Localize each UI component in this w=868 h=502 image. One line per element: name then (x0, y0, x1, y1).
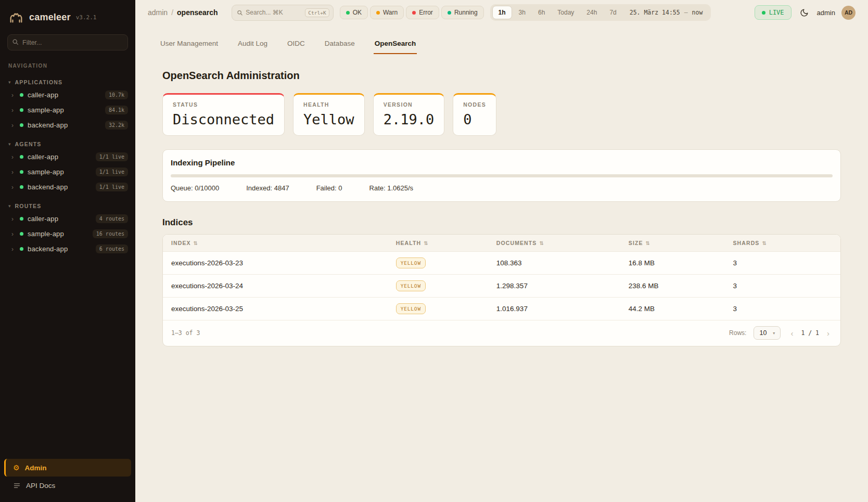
sidebar-filter-input[interactable] (7, 34, 128, 50)
table-row[interactable]: executions-2026-03-24 YELLOW 1.298.357 2… (163, 275, 840, 298)
breadcrumb-parent[interactable]: admin (148, 8, 168, 17)
column-header-shards[interactable]: SHARDS ⇅ (733, 240, 832, 246)
sidebar-item-agent-backend-app[interactable]: › backend-app 1/1 live (0, 179, 135, 195)
stat-card-status: STATUS Disconnected (162, 93, 285, 136)
sidebar-item-application-sample-app[interactable]: › sample-app 84.1k (0, 102, 135, 118)
time-range-3h[interactable]: 3h (513, 6, 531, 19)
sidebar-item-route-caller-app[interactable]: › caller-app 4 routes (0, 211, 135, 226)
column-header-documents[interactable]: DOCUMENTS ⇅ (496, 240, 629, 246)
sidebar-item-route-backend-app[interactable]: › backend-app 6 routes (0, 241, 135, 256)
rows-per-page-select[interactable]: 10 ▾ (754, 326, 781, 340)
page-content: User Management Audit Log OIDC Database … (135, 25, 868, 346)
breadcrumb: admin / opensearch (148, 8, 218, 17)
section-header-agents[interactable]: ▾ AGENTS (0, 139, 135, 149)
status-dot (20, 108, 23, 112)
live-toggle-button[interactable]: LIVE (755, 5, 792, 20)
time-range-7d[interactable]: 7d (604, 6, 622, 19)
avatar[interactable]: AD (841, 6, 856, 20)
filter-chip-label: Warn (383, 9, 398, 16)
stat-label: STATUS (173, 101, 274, 108)
sidebar-item-agent-caller-app[interactable]: › caller-app 1/1 live (0, 149, 135, 164)
status-dot (20, 170, 23, 174)
cell-shards: 3 (733, 305, 832, 313)
running-dot-icon (448, 11, 451, 15)
date-separator: — (684, 9, 688, 16)
time-range-6h[interactable]: 6h (532, 6, 551, 19)
sidebar: cameleer v3.2.1 NAVIGATION ▾ APPLICATION… (0, 0, 135, 502)
user-name: admin (817, 9, 835, 17)
pagination-controls: Rows: 10 ▾ ‹ 1 / 1 › (729, 326, 832, 340)
tab-audit-log[interactable]: Audit Log (237, 36, 269, 54)
table-header-row: INDEX ⇅ HEALTH ⇅ DOCUMENTS ⇅ SIZE ⇅ SHAR… (163, 235, 840, 252)
column-header-index[interactable]: INDEX ⇅ (171, 240, 396, 246)
item-badge: 16 routes (93, 229, 128, 238)
filter-chip-ok[interactable]: OK (340, 6, 368, 19)
cameleer-logo-icon (8, 9, 24, 25)
sidebar-item-api-docs[interactable]: API Docs (4, 477, 131, 495)
tab-oidc[interactable]: OIDC (286, 36, 306, 54)
column-label: DOCUMENTS (496, 240, 537, 246)
column-header-health[interactable]: HEALTH ⇅ (396, 240, 496, 246)
chevron-right-icon: › (11, 246, 16, 253)
sidebar-item-application-caller-app[interactable]: › caller-app 10.7k (0, 87, 135, 102)
sidebar-item-admin[interactable]: ⚙ Admin (4, 459, 131, 477)
stat-cards: STATUS Disconnected HEALTH Yellow VERSIO… (162, 93, 841, 136)
filter-chip-warn[interactable]: Warn (370, 6, 404, 19)
column-label: SIZE (629, 240, 643, 246)
global-search-input[interactable] (246, 9, 302, 16)
item-badge: 6 routes (96, 244, 128, 253)
tab-user-management[interactable]: User Management (159, 36, 219, 54)
item-badge: 1/1 live (96, 152, 128, 161)
section-header-applications[interactable]: ▾ APPLICATIONS (0, 77, 135, 87)
sort-icon: ⇅ (762, 240, 767, 246)
cell-health: YELLOW (396, 258, 496, 268)
chevron-down-icon: ▾ (773, 331, 775, 336)
tab-opensearch[interactable]: OpenSearch (374, 36, 417, 54)
item-label: backend-app (28, 245, 92, 253)
previous-page-button[interactable]: ‹ (788, 328, 796, 339)
time-range-1h[interactable]: 1h (492, 6, 512, 19)
time-range-24h[interactable]: 24h (581, 6, 603, 19)
moon-icon (800, 8, 809, 17)
cell-index: executions-2026-03-24 (171, 282, 396, 290)
filter-chip-running[interactable]: Running (441, 6, 484, 19)
docs-icon (13, 482, 21, 490)
time-range-today[interactable]: Today (552, 6, 580, 19)
date-range-display[interactable]: 25. März 14:55 — now (623, 9, 709, 16)
sidebar-item-route-sample-app[interactable]: › sample-app 16 routes (0, 226, 135, 241)
global-search[interactable]: Ctrl+K (232, 5, 334, 21)
item-label: sample-app (28, 106, 101, 114)
filter-chip-label: Running (454, 9, 478, 16)
page-title: OpenSearch Administration (162, 70, 841, 82)
table-row[interactable]: executions-2026-03-25 YELLOW 1.016.937 4… (163, 298, 840, 320)
search-icon (12, 38, 19, 45)
dark-mode-toggle[interactable] (798, 6, 811, 19)
stat-card-version: VERSION 2.19.0 (373, 93, 445, 136)
search-shortcut-badge: Ctrl+K (305, 8, 329, 17)
next-page-button[interactable]: › (824, 328, 832, 339)
indices-table: INDEX ⇅ HEALTH ⇅ DOCUMENTS ⇅ SIZE ⇅ SHAR… (162, 234, 841, 346)
tab-database[interactable]: Database (324, 36, 356, 54)
health-badge: YELLOW (396, 303, 426, 314)
status-dot (20, 247, 23, 251)
breadcrumb-current: opensearch (177, 8, 218, 17)
sidebar-item-application-backend-app[interactable]: › backend-app 32.2k (0, 118, 135, 133)
chevron-right-icon: › (11, 122, 16, 129)
status-dot (20, 123, 23, 127)
table-row[interactable]: executions-2026-03-23 YELLOW 108.363 16.… (163, 252, 840, 275)
column-header-size[interactable]: SIZE ⇅ (629, 240, 733, 246)
app-logo[interactable]: cameleer v3.2.1 (0, 0, 135, 32)
cell-shards: 3 (733, 259, 832, 267)
admin-label: Admin (25, 464, 47, 472)
health-badge: YELLOW (396, 258, 426, 268)
section-label: AGENTS (15, 141, 42, 147)
error-dot-icon (412, 11, 416, 15)
item-badge: 84.1k (105, 106, 128, 114)
filter-chip-error[interactable]: Error (406, 6, 439, 19)
status-dot (20, 93, 23, 97)
admin-tabs: User Management Audit Log OIDC Database … (159, 36, 844, 54)
section-header-routes[interactable]: ▾ ROUTES (0, 201, 135, 211)
sidebar-item-agent-sample-app[interactable]: › sample-app 1/1 live (0, 164, 135, 179)
row-range-label: 1–3 of 3 (171, 329, 200, 337)
breadcrumb-separator: / (171, 8, 173, 17)
